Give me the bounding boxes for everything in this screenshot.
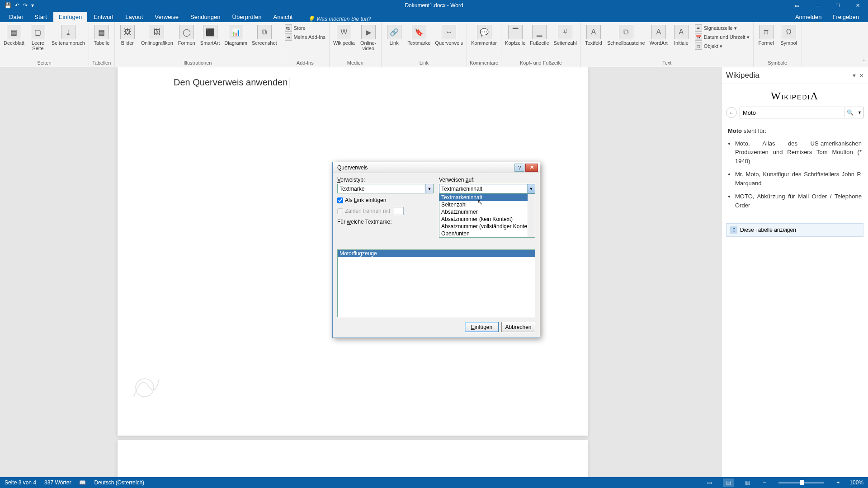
wiki-result-item[interactable]: Moto, Alias des US-amerikanischen Produz… (735, 139, 862, 166)
fußzeile-icon: ▁ (532, 25, 547, 39)
tab-entwurf[interactable]: Entwurf (88, 12, 119, 22)
document-page[interactable] (118, 440, 588, 477)
wiki-term: Moto (728, 127, 742, 134)
language-indicator[interactable]: Deutsch (Österreich) (94, 479, 144, 486)
leere
seite-icon: ▢ (31, 25, 45, 39)
seitenumbruch-button[interactable]: ⤓Seitenumbruch (51, 24, 86, 47)
insert-button[interactable]: EEinfügeninfügen (465, 322, 499, 332)
dialog-close-icon[interactable]: ✕ (525, 164, 538, 172)
wiki-result-item[interactable]: Mr. Moto, Kunstfigur des Schriftstellers… (735, 170, 862, 188)
screenshot-button[interactable]: ⧉Screenshot (251, 24, 278, 47)
online--video-button[interactable]: ▶Online-video (359, 24, 378, 52)
dropdown-option[interactable]: Oben/unten (439, 230, 535, 237)
formen-button[interactable]: ◯Formen (177, 24, 197, 47)
tab-verweise[interactable]: Verweise (149, 12, 184, 22)
save-icon[interactable]: 💾 (5, 2, 11, 9)
minimize-icon[interactable]: — (807, 0, 827, 11)
datum-und-uhrzeit-button[interactable]: 📅Datum und Uhrzeit ▾ (694, 33, 750, 41)
pane-close-icon[interactable]: ✕ (859, 73, 863, 79)
tell-me-box[interactable]: 💡 Was möchten Sie tun? (308, 16, 371, 22)
leere-seite-button[interactable]: ▢LeereSeite (28, 24, 48, 52)
signaturzeile-button[interactable]: ✒Signaturzeile ▾ (694, 24, 750, 32)
deckblatt-button[interactable]: ▤Deckblatt (3, 24, 25, 47)
schnellbausteine-button[interactable]: ⧉Schnellbausteine (606, 24, 646, 47)
page-indicator[interactable]: Seite 3 von 4 (5, 479, 36, 486)
tab-sendungen[interactable]: Sendungen (185, 12, 226, 22)
kopfzeile-button[interactable]: ▔Kopfzeile (504, 24, 526, 47)
close-icon[interactable]: ✕ (848, 0, 868, 11)
textmarke-button[interactable]: 🔖Textmarke (407, 24, 432, 47)
wikipedia-button[interactable]: WWikipedia (332, 24, 356, 47)
tab-start[interactable]: Start (29, 12, 52, 22)
ref-type-combo[interactable]: Textmarke ▼ (337, 184, 434, 193)
redo-icon[interactable]: ↷ (23, 2, 28, 9)
maximize-icon[interactable]: ☐ (827, 0, 848, 11)
bilder-button[interactable]: 🖼Bilder (118, 24, 137, 47)
insert-ref-dropdown[interactable]: TextmarkeninhaltSeitenzahlAbsatznummerAb… (439, 193, 535, 238)
tab-ansicht[interactable]: Ansicht (268, 12, 298, 22)
fußzeile-button[interactable]: ▁Fußzeile (529, 24, 550, 47)
word-count[interactable]: 337 Wörter (44, 479, 71, 486)
dropdown-option[interactable]: Absatznummer (kein Kontext) (439, 216, 535, 223)
show-table-button[interactable]: ↧ Diese Tabelle anzeigen (726, 223, 863, 237)
ribbon-group-text: ATextfeld⧉SchnellbausteineAWordArtAIniti… (581, 22, 754, 67)
zoom-level[interactable]: 100% (849, 479, 863, 486)
search-input[interactable] (740, 107, 844, 118)
read-mode-icon[interactable]: ▭ (704, 479, 715, 487)
textfeld-button[interactable]: ATextfeld (584, 24, 604, 47)
bookmark-list[interactable]: Motorflugzeuge (337, 249, 535, 317)
wordart-button[interactable]: AWordArt (649, 24, 669, 47)
tab-layout[interactable]: Layout (120, 12, 148, 22)
tab-überprüfen[interactable]: Überprüfen (227, 12, 267, 22)
search-icon[interactable]: 🔍 (844, 107, 856, 118)
zoom-out-icon[interactable]: − (761, 479, 768, 486)
dropdown-option[interactable]: Textmarkeninhalt (439, 194, 535, 201)
web-layout-icon[interactable]: ▦ (742, 479, 753, 487)
seitenzahl-button[interactable]: #Seitenzahl (553, 24, 578, 47)
group-label: Seiten (37, 60, 51, 67)
collapse-ribbon-icon[interactable]: ˄ (863, 59, 865, 65)
smartart-button[interactable]: ⬛SmartArt (199, 24, 221, 47)
spellcheck-icon[interactable]: 📖 (79, 479, 86, 486)
zoom-in-icon[interactable]: + (835, 479, 841, 486)
objekt-button[interactable]: □Objekt ▾ (694, 42, 750, 50)
link-checkbox-input[interactable] (337, 197, 343, 203)
deckblatt-icon: ▤ (7, 25, 21, 39)
customize-qat-icon[interactable]: ▾ (31, 2, 34, 9)
scrollbar[interactable] (528, 194, 535, 237)
document-text[interactable]: Den Querverweis anwenden (174, 77, 289, 88)
link-button[interactable]: 🔗Link (384, 24, 404, 47)
meine-add-ins-button[interactable]: ➜Meine Add-Ins (284, 33, 326, 41)
tabelle-button[interactable]: ▦Tabelle (92, 24, 112, 47)
account-sign-in[interactable]: Anmelden (791, 12, 826, 22)
store-button[interactable]: 🛍Store (284, 24, 326, 32)
dropdown-option[interactable]: Absatznummer (vollständiger Kontext) (439, 223, 535, 230)
symbol-button[interactable]: ΩSymbol (779, 24, 799, 47)
formel-button[interactable]: πFormel (756, 24, 776, 47)
onlinegrafiken-button[interactable]: 🖼Onlinegrafiken (140, 24, 174, 47)
insert-ref-combo[interactable]: Textmarkeninhalt ▼ (439, 184, 535, 193)
wiki-result-item[interactable]: MOTO, Abkürzung für Mail Order / Telepho… (735, 192, 862, 210)
quick-access-toolbar: 💾 ↶ ↷ ▾ (0, 2, 34, 9)
tab-datei[interactable]: Datei (4, 12, 28, 22)
search-dropdown-icon[interactable]: ▼ (856, 107, 863, 118)
dropdown-option[interactable]: Absatznummer (439, 208, 535, 216)
ribbon-display-icon[interactable]: ▭ (787, 0, 807, 11)
querverweis-button[interactable]: ↔Querverweis (434, 24, 464, 47)
dialog-titlebar[interactable]: Querverweis ? ✕ (333, 162, 540, 173)
diagramm-button[interactable]: 📊Diagramm (223, 24, 248, 47)
pane-options-icon[interactable]: ▼ (852, 73, 857, 79)
dropdown-option[interactable]: Seitenzahl (439, 201, 535, 208)
initiale-button[interactable]: AInitiale (671, 24, 691, 47)
back-button[interactable]: ← (726, 107, 737, 118)
bookmark-item[interactable]: Motorflugzeuge (338, 250, 535, 257)
tab-einfügen[interactable]: Einfügen (53, 12, 87, 22)
kommentar-button[interactable]: 💬Kommentar (470, 24, 498, 47)
undo-icon[interactable]: ↶ (15, 2, 19, 9)
insert-as-link-checkbox[interactable]: Als Link einfügen (337, 197, 434, 203)
zoom-slider[interactable] (778, 482, 824, 483)
dialog-help-icon[interactable]: ? (514, 164, 524, 172)
cancel-button[interactable]: Abbrechen (501, 322, 535, 332)
print-layout-icon[interactable]: ▤ (723, 479, 734, 487)
share-button[interactable]: Freigeben (828, 12, 863, 22)
